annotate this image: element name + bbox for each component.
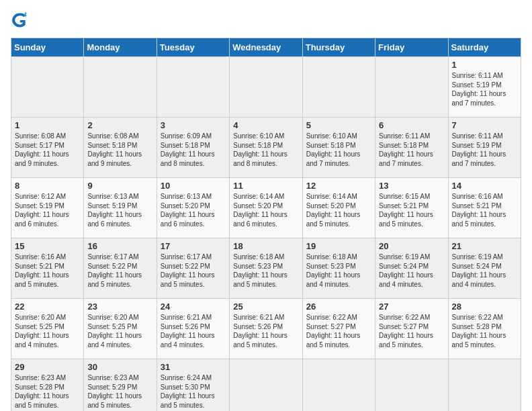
calendar-day-header: Tuesday xyxy=(157,38,229,57)
day-info: Sunrise: 6:17 AM Sunset: 5:22 PM Dayligh… xyxy=(161,253,226,289)
day-info: Sunrise: 6:13 AM Sunset: 5:19 PM Dayligh… xyxy=(87,192,152,228)
sunrise-text: Sunrise: 6:14 AM xyxy=(306,193,357,200)
sunset-text: Sunset: 5:27 PM xyxy=(379,323,429,330)
day-number: 6 xyxy=(379,120,444,130)
daylight-text: Daylight: 11 hours and 9 minutes. xyxy=(87,150,142,167)
day-number: 10 xyxy=(161,181,226,191)
sunrise-text: Sunrise: 6:16 AM xyxy=(15,253,66,261)
daylight-text: Daylight: 11 hours and 8 minutes. xyxy=(233,150,287,167)
daylight-text: Daylight: 11 hours and 5 minutes. xyxy=(306,332,361,349)
logo xyxy=(11,11,32,30)
calendar-day-header: Sunday xyxy=(11,38,84,57)
daylight-text: Daylight: 11 hours and 4 minutes. xyxy=(161,332,215,349)
day-info: Sunrise: 6:21 AM Sunset: 5:26 PM Dayligh… xyxy=(233,313,298,349)
calendar-day-header: Saturday xyxy=(448,38,521,57)
day-info: Sunrise: 6:15 AM Sunset: 5:21 PM Dayligh… xyxy=(379,192,444,228)
sunrise-text: Sunrise: 6:19 AM xyxy=(452,253,503,261)
sunrise-text: Sunrise: 6:22 AM xyxy=(379,314,430,321)
daylight-text: Daylight: 11 hours and 5 minutes. xyxy=(452,332,506,349)
calendar-cell xyxy=(375,57,448,118)
logo-icon xyxy=(11,11,30,30)
calendar-cell: 31 Sunrise: 6:24 AM Sunset: 5:30 PM Dayl… xyxy=(157,359,229,412)
daylight-text: Daylight: 11 hours and 9 minutes. xyxy=(15,150,69,167)
sunrise-text: Sunrise: 6:21 AM xyxy=(161,314,212,321)
sunrise-text: Sunrise: 6:17 AM xyxy=(87,253,138,261)
daylight-text: Daylight: 11 hours and 5 minutes. xyxy=(87,392,142,409)
calendar-cell: 25 Sunrise: 6:21 AM Sunset: 5:26 PM Dayl… xyxy=(230,299,302,359)
day-info: Sunrise: 6:22 AM Sunset: 5:27 PM Dayligh… xyxy=(379,313,444,349)
day-number: 3 xyxy=(161,120,226,130)
calendar-day-header: Thursday xyxy=(302,38,375,57)
day-number: 2 xyxy=(87,120,152,130)
calendar-cell: 2 Sunrise: 6:08 AM Sunset: 5:18 PM Dayli… xyxy=(84,118,157,178)
day-info: Sunrise: 6:13 AM Sunset: 5:20 PM Dayligh… xyxy=(161,192,226,228)
day-number: 26 xyxy=(306,302,371,312)
calendar-cell: 1 Sunrise: 6:11 AM Sunset: 5:19 PM Dayli… xyxy=(448,57,521,118)
sunrise-text: Sunrise: 6:22 AM xyxy=(306,314,357,321)
day-number: 11 xyxy=(233,181,298,191)
day-number: 15 xyxy=(15,241,80,251)
calendar-cell xyxy=(230,359,302,412)
day-number: 24 xyxy=(161,302,226,312)
daylight-text: Daylight: 11 hours and 8 minutes. xyxy=(161,150,215,167)
day-info: Sunrise: 6:14 AM Sunset: 5:20 PM Dayligh… xyxy=(233,192,298,228)
sunset-text: Sunset: 5:21 PM xyxy=(452,202,502,210)
day-info: Sunrise: 6:19 AM Sunset: 5:24 PM Dayligh… xyxy=(379,253,444,289)
sunset-text: Sunset: 5:19 PM xyxy=(15,202,64,210)
calendar-cell: 3 Sunrise: 6:09 AM Sunset: 5:18 PM Dayli… xyxy=(157,118,229,178)
calendar-cell xyxy=(84,57,157,118)
day-info: Sunrise: 6:08 AM Sunset: 5:18 PM Dayligh… xyxy=(87,132,152,168)
sunset-text: Sunset: 5:18 PM xyxy=(306,142,356,149)
sunset-text: Sunset: 5:18 PM xyxy=(233,142,283,149)
day-number: 1 xyxy=(452,60,517,70)
sunset-text: Sunset: 5:17 PM xyxy=(15,142,64,149)
calendar-cell: 21 Sunrise: 6:19 AM Sunset: 5:24 PM Dayl… xyxy=(448,238,521,299)
sunrise-text: Sunrise: 6:20 AM xyxy=(15,314,66,321)
calendar-cell: 6 Sunrise: 6:11 AM Sunset: 5:18 PM Dayli… xyxy=(375,118,448,178)
sunset-text: Sunset: 5:19 PM xyxy=(452,81,502,89)
day-number: 1 xyxy=(15,120,80,130)
calendar-cell: 13 Sunrise: 6:15 AM Sunset: 5:21 PM Dayl… xyxy=(375,178,448,238)
sunrise-text: Sunrise: 6:20 AM xyxy=(87,314,138,321)
day-number: 25 xyxy=(233,302,298,312)
daylight-text: Daylight: 11 hours and 4 minutes. xyxy=(306,271,361,288)
day-info: Sunrise: 6:10 AM Sunset: 5:18 PM Dayligh… xyxy=(306,132,371,168)
sunset-text: Sunset: 5:18 PM xyxy=(87,142,137,149)
daylight-text: Daylight: 11 hours and 6 minutes. xyxy=(233,211,287,228)
daylight-text: Daylight: 11 hours and 5 minutes. xyxy=(15,271,69,288)
sunset-text: Sunset: 5:20 PM xyxy=(306,202,356,210)
daylight-text: Daylight: 11 hours and 5 minutes. xyxy=(161,271,215,288)
day-info: Sunrise: 6:11 AM Sunset: 5:18 PM Dayligh… xyxy=(379,132,444,168)
sunrise-text: Sunrise: 6:18 AM xyxy=(306,253,357,261)
day-number: 19 xyxy=(306,241,371,251)
calendar-cell: 5 Sunrise: 6:10 AM Sunset: 5:18 PM Dayli… xyxy=(302,118,375,178)
calendar-cell: 18 Sunrise: 6:18 AM Sunset: 5:23 PM Dayl… xyxy=(230,238,302,299)
calendar-cell xyxy=(302,359,375,412)
day-info: Sunrise: 6:16 AM Sunset: 5:21 PM Dayligh… xyxy=(452,192,517,228)
calendar-cell: 22 Sunrise: 6:20 AM Sunset: 5:25 PM Dayl… xyxy=(11,299,84,359)
day-info: Sunrise: 6:09 AM Sunset: 5:18 PM Dayligh… xyxy=(161,132,226,168)
calendar-cell: 26 Sunrise: 6:22 AM Sunset: 5:27 PM Dayl… xyxy=(302,299,375,359)
calendar-cell: 23 Sunrise: 6:20 AM Sunset: 5:25 PM Dayl… xyxy=(84,299,157,359)
sunset-text: Sunset: 5:24 PM xyxy=(379,263,429,270)
calendar-header-row: SundayMondayTuesdayWednesdayThursdayFrid… xyxy=(11,38,521,57)
day-info: Sunrise: 6:16 AM Sunset: 5:21 PM Dayligh… xyxy=(15,253,80,289)
sunset-text: Sunset: 5:25 PM xyxy=(15,323,64,330)
calendar-cell: 11 Sunrise: 6:14 AM Sunset: 5:20 PM Dayl… xyxy=(230,178,302,238)
calendar-cell xyxy=(230,57,302,118)
daylight-text: Daylight: 11 hours and 5 minutes. xyxy=(233,271,287,288)
day-number: 14 xyxy=(452,181,517,191)
sunrise-text: Sunrise: 6:10 AM xyxy=(233,132,284,140)
sunset-text: Sunset: 5:26 PM xyxy=(233,323,283,330)
day-info: Sunrise: 6:14 AM Sunset: 5:20 PM Dayligh… xyxy=(306,192,371,228)
sunrise-text: Sunrise: 6:17 AM xyxy=(161,253,212,261)
calendar-cell: 9 Sunrise: 6:13 AM Sunset: 5:19 PM Dayli… xyxy=(84,178,157,238)
sunset-text: Sunset: 5:30 PM xyxy=(161,383,210,391)
sunrise-text: Sunrise: 6:23 AM xyxy=(15,374,66,381)
daylight-text: Daylight: 11 hours and 7 minutes. xyxy=(452,150,506,167)
daylight-text: Daylight: 11 hours and 5 minutes. xyxy=(233,332,287,349)
calendar-cell: 30 Sunrise: 6:23 AM Sunset: 5:29 PM Dayl… xyxy=(84,359,157,412)
calendar-cell: 17 Sunrise: 6:17 AM Sunset: 5:22 PM Dayl… xyxy=(157,238,229,299)
sunset-text: Sunset: 5:27 PM xyxy=(306,323,356,330)
calendar-cell: 14 Sunrise: 6:16 AM Sunset: 5:21 PM Dayl… xyxy=(448,178,521,238)
